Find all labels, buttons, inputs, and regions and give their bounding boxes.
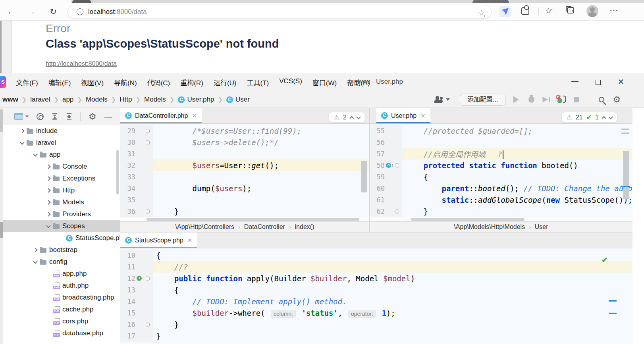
- menu-item-重构(R)[interactable]: 重构(R): [175, 77, 208, 87]
- code-line-35[interactable]: 35: [120, 194, 369, 206]
- code-editor-datacontroller[interactable]: 29 /*$users=User::find(99);30 $users->de…: [120, 124, 369, 217]
- code-line-34[interactable]: 34 dump($users);: [120, 183, 369, 194]
- breadcrumb-User[interactable]: CUser: [226, 96, 250, 104]
- tree-item-cors.php[interactable]: PHPcors.php: [3, 315, 120, 327]
- code-line-30[interactable]: 30 $users->delete();*/: [120, 136, 369, 148]
- code-editor-user[interactable]: 55 //protected $guarded=[];5657 //启用全局作用…: [370, 124, 632, 217]
- menu-item-导航(N)[interactable]: 导航(N): [109, 77, 142, 87]
- refresh-icon[interactable]: ↻: [47, 5, 60, 18]
- crumb-DataController[interactable]: DataController: [244, 223, 285, 231]
- code-line-33[interactable]: 33: [120, 171, 369, 183]
- code-line-62[interactable]: 62 }: [370, 206, 632, 217]
- hide-panel-icon[interactable]: —: [104, 115, 112, 119]
- tab-statusscope[interactable]: C StatusScope.php ✕: [120, 233, 197, 248]
- crumb-\App\Http\Controllers[interactable]: \App\Http\Controllers: [175, 223, 235, 231]
- breadcrumb-app[interactable]: app: [62, 96, 73, 104]
- editor-hscrollbar[interactable]: [411, 218, 524, 221]
- fold-marker-icon[interactable]: [146, 140, 150, 144]
- code-line-17[interactable]: 17}: [120, 330, 632, 342]
- code-line-60[interactable]: 60 parent::booted(); // TODO: Change the…: [370, 183, 632, 194]
- code-line-14[interactable]: 14 // TODO: Implement apply() method.: [120, 296, 632, 307]
- menu-item-代码(C)[interactable]: 代码(C): [142, 77, 175, 87]
- locate-file-icon[interactable]: [37, 113, 44, 120]
- collapse-all-icon[interactable]: [66, 113, 72, 120]
- tree-item-cache.php[interactable]: PHPcache.php: [3, 304, 120, 315]
- fold-marker-icon[interactable]: [395, 209, 399, 213]
- tree-item-Exceptions[interactable]: Exceptions: [3, 173, 120, 184]
- breadcrumb-laravel[interactable]: laravel: [30, 96, 50, 104]
- maximize-button[interactable]: [590, 76, 606, 88]
- tree-item-config[interactable]: config: [3, 256, 120, 268]
- code-line-15[interactable]: 15 $builder->where( column: 'status', op…: [120, 307, 632, 319]
- project-view-selector-icon[interactable]: [14, 113, 29, 120]
- tree-item-auth.php[interactable]: PHPauth.php: [3, 280, 120, 292]
- fold-marker-icon[interactable]: [395, 163, 399, 167]
- tree-item-Scopes[interactable]: Scopes: [3, 220, 120, 232]
- code-line-16[interactable]: 16 }: [120, 319, 632, 330]
- code-line-36[interactable]: 36 }: [120, 206, 369, 217]
- editor-vscrollbar[interactable]: [361, 161, 367, 192]
- code-line-10[interactable]: 10{: [120, 250, 632, 261]
- menu-item-运行(U)[interactable]: 运行(U): [208, 77, 242, 87]
- menu-item-文件(F)[interactable]: 文件(F): [11, 77, 43, 87]
- stop-icon[interactable]: [569, 94, 584, 106]
- code-line-32[interactable]: 32 $users=User::get();: [120, 160, 369, 171]
- add-configuration-button[interactable]: 添加配置...: [460, 94, 505, 106]
- tab-datacontroller[interactable]: C DataController.php ✕: [120, 108, 202, 123]
- settings-gear-icon[interactable]: ⚙: [609, 94, 624, 106]
- tree-item-Models[interactable]: Models: [3, 196, 120, 208]
- project-scrollbar[interactable]: [116, 150, 119, 194]
- page-info-icon[interactable]: i: [77, 8, 83, 15]
- tree-item-include[interactable]: include: [3, 125, 120, 137]
- menu-item-编辑(E)[interactable]: 编辑(E): [43, 77, 76, 87]
- close-tab-icon[interactable]: ✕: [187, 237, 193, 244]
- panel-settings-gear-icon[interactable]: ⚙: [89, 112, 96, 121]
- code-line-13[interactable]: 13 {: [120, 284, 632, 296]
- breadcrumb-Models[interactable]: Models: [86, 96, 108, 104]
- breadcrumb-Http[interactable]: Http: [120, 96, 132, 104]
- code-line-12[interactable]: 12I↑ public function apply(Builder $buil…: [120, 273, 632, 284]
- tab-user[interactable]: C User.php ✕: [376, 108, 430, 123]
- more-menu-icon[interactable]: ⋯: [609, 5, 619, 15]
- code-line-29[interactable]: 29 /*$users=User::find(99);: [120, 125, 369, 136]
- fold-marker-icon[interactable]: [146, 277, 150, 281]
- tree-item-database.php[interactable]: PHPdatabase.php: [3, 327, 120, 339]
- code-line-61[interactable]: 61 static::addGlobalScope(new StatusScop…: [370, 194, 632, 206]
- address-bar[interactable]: i localhost :8000/data ☆+: [67, 5, 492, 19]
- close-button[interactable]: ✕: [613, 76, 629, 88]
- add-favorite-star-icon[interactable]: ☆+: [478, 8, 485, 17]
- code-line-57[interactable]: 57 //启用全局作用域 ?: [370, 148, 632, 160]
- no-problems-check-icon[interactable]: ✔: [602, 256, 608, 265]
- back-arrow-icon[interactable]: ←: [5, 5, 18, 18]
- tree-item-StatusScope.ph[interactable]: CStatusScope.ph: [3, 232, 120, 244]
- inspection-widget[interactable]: ⚠21 ✔1: [561, 112, 617, 123]
- editor-hscrollbar[interactable]: [147, 218, 359, 221]
- fold-marker-icon[interactable]: [146, 209, 150, 213]
- listen-debugger-icon[interactable]: [554, 94, 569, 106]
- menu-item-VCS(S)[interactable]: VCS(S): [274, 77, 307, 87]
- next-problem-icon[interactable]: [608, 115, 613, 119]
- debug-icon[interactable]: [524, 94, 539, 106]
- tree-item-broadcasting.php[interactable]: PHPbroadcasting.php: [3, 292, 120, 304]
- breadcrumb-User.php[interactable]: CUser.php: [178, 96, 214, 104]
- tree-item-Console[interactable]: Console: [3, 161, 120, 173]
- close-tab-icon[interactable]: ✕: [420, 112, 426, 119]
- browser-tab-fragment[interactable]: [472, 0, 509, 3]
- extensions-puzzle-icon[interactable]: [521, 7, 529, 15]
- editor-vscrollbar[interactable]: [623, 151, 629, 199]
- breadcrumb-www[interactable]: www: [2, 96, 18, 104]
- code-line-56[interactable]: 56: [370, 136, 632, 148]
- inspection-widget[interactable]: ⚠2: [329, 112, 365, 123]
- favorites-bar-icon[interactable]: ☆≡: [545, 6, 552, 15]
- code-line-59[interactable]: 59 {: [370, 171, 632, 183]
- search-everywhere-icon[interactable]: [594, 94, 609, 106]
- minimize-button[interactable]: —: [567, 76, 583, 88]
- extension-bird-icon[interactable]: [499, 6, 511, 17]
- code-line-31[interactable]: 31: [120, 148, 369, 160]
- breadcrumb-Models[interactable]: Models: [144, 96, 166, 104]
- tree-item-app.php[interactable]: PHPapp.php: [3, 268, 120, 280]
- menu-item-视图(V)[interactable]: 视图(V): [76, 77, 109, 87]
- menu-item-窗口(W)[interactable]: 窗口(W): [307, 77, 342, 87]
- tree-item-app[interactable]: app: [3, 149, 120, 161]
- prev-problem-icon[interactable]: [349, 116, 354, 120]
